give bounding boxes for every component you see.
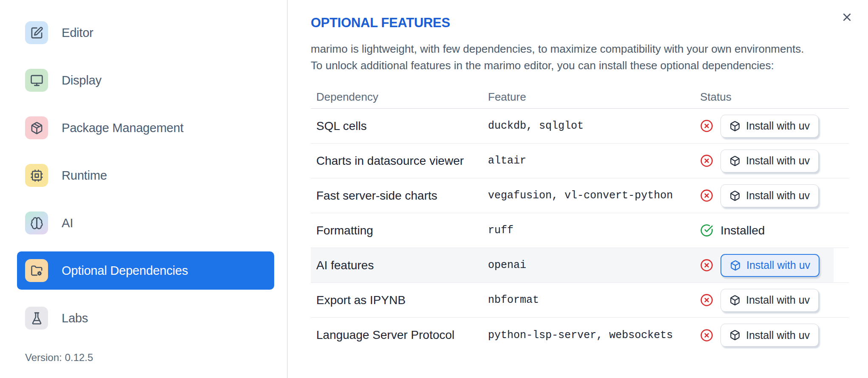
status-cell: Install with uv (700, 184, 849, 207)
install-button-label: Install with uv (746, 294, 810, 306)
table-row: SQL cells duckdb, sqlglot Install with u… (311, 109, 849, 144)
table-row: Language Server Protocol python-lsp-serv… (311, 318, 849, 353)
dependency-name: Export as IPYNB (316, 293, 488, 307)
table-row: Export as IPYNB nbformat Install with uv (311, 283, 849, 318)
dependency-name: Formatting (316, 224, 488, 237)
feature-packages: python-lsp-server, websockets (488, 329, 700, 341)
table-row: Formatting ruff Installed (311, 213, 849, 248)
settings-sidebar: Editor Display Package Management (0, 0, 288, 378)
feature-packages: nbformat (488, 294, 700, 306)
status-cell: Install with uv (700, 115, 849, 138)
version-label: Version: 0.12.5 (25, 352, 93, 364)
circle-x-icon (700, 154, 713, 167)
install-button-label: Install with uv (746, 155, 810, 167)
feature-packages: vegafusion, vl-convert-python (488, 189, 700, 202)
circle-x-icon (700, 189, 713, 202)
close-icon (841, 11, 853, 23)
panel-description: marimo is lightweight, with few dependen… (311, 41, 863, 74)
page-title: OPTIONAL FEATURES (311, 15, 868, 31)
sidebar-item-label: Optional Dependencies (62, 264, 188, 278)
features-table-body: SQL cells duckdb, sqlglot Install with u… (311, 109, 849, 353)
table-row: Fast server-side charts vegafusion, vl-c… (311, 178, 849, 213)
status-cell: Installed (700, 224, 849, 237)
sidebar-item-label: Editor (62, 26, 94, 40)
install-with-uv-button[interactable]: Install with uv (720, 184, 819, 207)
box-icon (730, 260, 741, 271)
circle-x-icon (700, 293, 713, 307)
sidebar-item-optional-dependencies[interactable]: Optional Dependencies (17, 251, 274, 290)
feature-packages: altair (488, 155, 700, 167)
folder-cog-icon (25, 259, 48, 282)
sidebar-item-label: Display (62, 73, 102, 87)
box-icon (729, 155, 740, 166)
table-row: AI features openai Install with uv (311, 248, 849, 283)
install-button-label: Install with uv (746, 189, 810, 202)
monitor-icon (25, 69, 48, 92)
brain-icon (25, 212, 48, 234)
optional-features-panel: OPTIONAL FEATURES marimo is lightweight,… (289, 0, 868, 378)
table-header-row: Dependency Feature Status (311, 86, 849, 109)
column-header-dependency: Dependency (316, 90, 488, 104)
package-icon (25, 116, 48, 139)
pencil-square-icon (25, 21, 48, 44)
feature-packages: openai (488, 259, 700, 271)
sidebar-item-ai[interactable]: AI (17, 204, 274, 242)
feature-packages: duckdb, sqlglot (488, 120, 700, 132)
dependency-name: Fast server-side charts (316, 189, 488, 203)
install-with-uv-button[interactable]: Install with uv (720, 115, 819, 138)
sidebar-item-runtime[interactable]: Runtime (17, 156, 274, 195)
flask-icon (25, 307, 48, 330)
install-with-uv-button[interactable]: Install with uv (720, 254, 820, 277)
install-with-uv-button[interactable]: Install with uv (720, 150, 819, 172)
sidebar-item-display[interactable]: Display (17, 61, 274, 99)
status-cell: Install with uv (700, 254, 849, 277)
column-header-status: Status (700, 90, 849, 104)
dependency-name: AI features (316, 259, 488, 272)
box-icon (729, 295, 740, 306)
circle-check-icon (700, 224, 713, 237)
box-icon (729, 330, 740, 341)
install-with-uv-button[interactable]: Install with uv (720, 324, 819, 347)
circle-x-icon (700, 259, 713, 272)
dependency-name: SQL cells (316, 119, 488, 133)
circle-x-icon (700, 119, 713, 133)
feature-packages: ruff (488, 224, 700, 237)
column-header-feature: Feature (488, 90, 700, 104)
sidebar-item-labs[interactable]: Labs (17, 299, 274, 337)
installed-status-label: Installed (720, 224, 765, 237)
settings-dialog: Editor Display Package Management (0, 0, 868, 378)
dependency-name: Language Server Protocol (316, 328, 488, 342)
sidebar-item-editor[interactable]: Editor (17, 14, 274, 52)
sidebar-item-package-management[interactable]: Package Management (17, 109, 274, 147)
install-button-label: Install with uv (746, 120, 810, 132)
features-table: Dependency Feature Status SQL cells duck… (311, 86, 849, 353)
table-row: Charts in datasource viewer altair Insta… (311, 144, 849, 178)
status-cell: Install with uv (700, 289, 849, 312)
install-button-label: Install with uv (746, 259, 810, 271)
dependency-name: Charts in datasource viewer (316, 154, 488, 168)
install-button-label: Install with uv (746, 329, 810, 341)
circle-x-icon (700, 329, 713, 342)
box-icon (729, 121, 740, 132)
description-line-1: marimo is lightweight, with few dependen… (311, 41, 863, 57)
cpu-icon (25, 164, 48, 187)
status-cell: Install with uv (700, 150, 849, 172)
sidebar-item-label: Runtime (62, 169, 107, 183)
close-button[interactable] (839, 9, 854, 25)
description-line-2: To unlock additional features in the mar… (311, 57, 863, 74)
status-cell: Install with uv (700, 324, 849, 347)
sidebar-item-label: Package Management (62, 121, 184, 135)
install-with-uv-button[interactable]: Install with uv (720, 289, 819, 312)
sidebar-item-label: AI (62, 216, 73, 230)
sidebar-item-label: Labs (62, 311, 88, 325)
box-icon (729, 190, 740, 201)
